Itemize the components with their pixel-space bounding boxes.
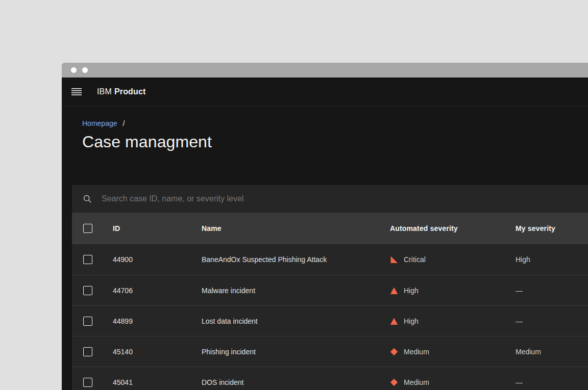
cases-table: ID Name Automated severity My severity 4…	[72, 213, 588, 390]
automated-severity-cell: Medium	[382, 348, 507, 356]
row-select-cell	[72, 317, 105, 326]
table-search-bar	[72, 185, 588, 213]
my-severity: —	[507, 378, 588, 386]
window-control-dot[interactable]	[82, 67, 88, 73]
automated-severity-cell: Critical	[382, 255, 507, 264]
case-name: BaneAndOx Suspected Phishing Attack	[193, 255, 382, 264]
case-id: 45041	[105, 378, 193, 386]
table-row[interactable]: 45041 DOS incident Medium —	[72, 367, 588, 390]
breadcrumb: Homepage /	[82, 119, 588, 128]
case-id: 44899	[105, 317, 193, 325]
column-header-name: Name	[193, 224, 382, 232]
window-control-dot[interactable]	[71, 67, 77, 73]
critical-severity-icon	[390, 255, 398, 264]
automated-severity-label: High	[404, 317, 419, 325]
column-header-automated-severity: Automated severity	[382, 224, 507, 232]
app-header: IBMProduct	[62, 77, 588, 107]
brand-prefix: IBM	[97, 87, 112, 96]
row-checkbox[interactable]	[83, 347, 92, 356]
row-checkbox[interactable]	[83, 317, 92, 326]
my-severity: —	[507, 287, 588, 295]
case-id: 44706	[105, 287, 193, 295]
page-hero: Homepage / Case managment	[62, 107, 588, 152]
row-select-cell	[72, 378, 105, 387]
select-all-checkbox[interactable]	[83, 224, 92, 233]
medium-severity-icon	[390, 348, 398, 356]
case-id: 44900	[105, 255, 193, 264]
search-icon	[83, 195, 91, 203]
case-name: Phishing incident	[193, 348, 382, 356]
row-select-cell	[72, 347, 105, 356]
row-select-cell	[72, 255, 105, 264]
automated-severity-label: High	[404, 287, 419, 295]
row-checkbox[interactable]	[83, 255, 92, 264]
hamburger-menu-icon[interactable]	[71, 88, 82, 95]
row-select-cell	[72, 286, 105, 295]
table-row[interactable]: 45140 Phishing incident Medium Medium	[72, 336, 588, 367]
column-header-my-severity: My severity	[507, 224, 588, 232]
case-name: DOS incident	[193, 378, 382, 386]
case-id: 45140	[105, 348, 193, 356]
row-checkbox[interactable]	[83, 378, 92, 387]
brand-name: Product	[114, 87, 146, 96]
breadcrumb-separator: /	[123, 119, 125, 128]
select-all-cell	[72, 224, 105, 233]
medium-severity-icon	[390, 378, 398, 386]
breadcrumb-link-homepage[interactable]: Homepage	[82, 119, 117, 128]
desktop-background: IBMProduct Homepage / Case managment	[0, 0, 588, 390]
automated-severity-label: Medium	[404, 378, 429, 386]
automated-severity-label: Critical	[404, 255, 426, 264]
search-input[interactable]	[102, 185, 588, 213]
my-severity: High	[507, 255, 588, 264]
app-window: IBMProduct Homepage / Case managment	[62, 63, 588, 390]
my-severity: —	[507, 317, 588, 325]
window-titlebar	[62, 63, 588, 77]
brand: IBMProduct	[97, 87, 146, 96]
row-checkbox[interactable]	[83, 286, 92, 295]
column-header-id: ID	[105, 224, 193, 232]
automated-severity-cell: High	[382, 287, 507, 295]
table-header-row: ID Name Automated severity My severity	[72, 213, 588, 244]
page-title: Case managment	[82, 131, 588, 152]
table-row[interactable]: 44899 Lost data incident High —	[72, 305, 588, 336]
case-name: Malware incident	[193, 287, 382, 295]
automated-severity-cell: Medium	[382, 378, 507, 386]
case-name: Lost data incident	[193, 317, 382, 325]
table-row[interactable]: 44900 BaneAndOx Suspected Phishing Attac…	[72, 244, 588, 275]
high-severity-icon	[390, 317, 398, 325]
my-severity: Medium	[507, 348, 588, 356]
high-severity-icon	[390, 287, 398, 295]
table-row[interactable]: 44706 Malware incident High —	[72, 275, 588, 305]
automated-severity-label: Medium	[404, 348, 429, 356]
automated-severity-cell: High	[382, 317, 507, 325]
